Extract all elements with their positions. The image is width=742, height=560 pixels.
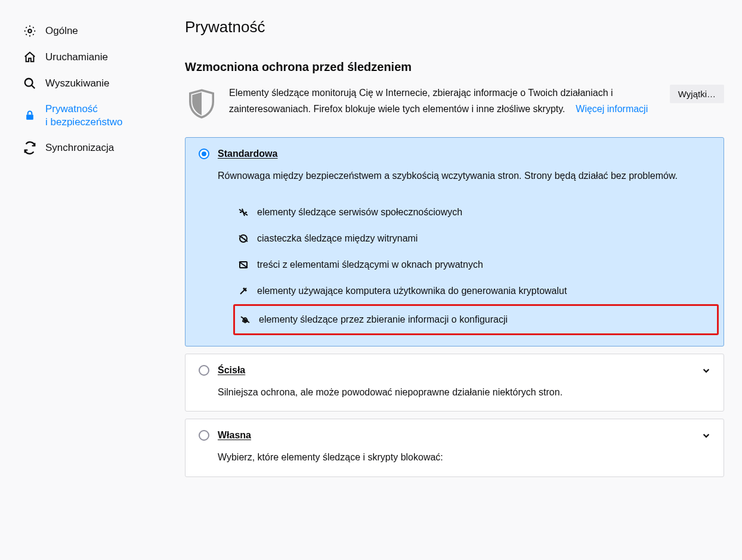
option-standard[interactable]: Standardowa Równowaga między bezpieczeńs… xyxy=(185,137,724,346)
list-item: elementy używające komputera użytkownika… xyxy=(238,278,710,304)
cryptominer-icon xyxy=(238,286,249,296)
radio-custom[interactable] xyxy=(199,430,209,441)
bullet-text: ciasteczka śledzące między witrynami xyxy=(257,233,418,244)
exceptions-button[interactable]: Wyjątki… xyxy=(670,85,724,103)
intro-paragraph: Elementy śledzące monitorują Cię w Inter… xyxy=(229,88,613,114)
bullet-list: elementy śledzące serwisów społecznościo… xyxy=(238,199,710,335)
list-item: ciasteczka śledzące między witrynami xyxy=(238,225,710,252)
cookie-tracker-icon xyxy=(238,233,249,244)
sidebar-item-search[interactable]: Wyszukiwanie xyxy=(18,70,161,97)
highlighted-item: elementy śledzące przez zbieranie inform… xyxy=(233,304,719,335)
option-custom[interactable]: Własna Wybierz, które elementy śledzące … xyxy=(185,419,724,477)
search-icon xyxy=(23,76,37,91)
list-item: treści z elementami śledzącymi w oknach … xyxy=(238,252,710,278)
sidebar-item-label: Wyszukiwanie xyxy=(45,77,110,90)
option-strict[interactable]: Ścisła Silniejsza ochrona, ale może powo… xyxy=(185,354,724,412)
home-icon xyxy=(23,50,37,64)
chevron-down-icon xyxy=(702,366,710,375)
bullet-text: elementy śledzące przez zbieranie inform… xyxy=(259,314,508,325)
list-item: elementy śledzące serwisów społecznościo… xyxy=(238,199,710,225)
svg-point-1 xyxy=(25,79,33,86)
social-tracker-icon xyxy=(238,207,249,218)
fingerprint-icon xyxy=(240,314,251,325)
option-title: Ścisła xyxy=(218,365,245,376)
radio-strict[interactable] xyxy=(199,365,209,376)
option-header: Ścisła xyxy=(199,365,710,376)
page-title: Prywatność xyxy=(185,18,724,36)
option-description: Równowaga między bezpieczeństwem a szybk… xyxy=(218,168,710,184)
section-title: Wzmocniona ochrona przed śledzeniem xyxy=(185,60,724,74)
bullet-text: elementy śledzące serwisów społecznościo… xyxy=(257,207,462,218)
content-tracker-icon xyxy=(238,259,249,270)
option-header: Własna xyxy=(199,430,710,441)
sidebar-item-label: Synchronizacja xyxy=(45,141,114,154)
sidebar-item-general[interactable]: Ogólne xyxy=(18,18,161,44)
chevron-down-icon xyxy=(702,431,710,440)
bullet-text: treści z elementami śledzącymi w oknach … xyxy=(257,259,483,270)
option-description: Wybierz, które elementy śledzące i skryp… xyxy=(218,449,710,465)
sidebar-item-label: Ogólne xyxy=(45,24,78,38)
shield-icon xyxy=(185,87,218,120)
main-content: Prywatność Wzmocniona ochrona przed śled… xyxy=(173,0,740,560)
sidebar: Ogólne Uruchamianie Wyszukiwanie Prywatn… xyxy=(0,0,173,560)
sync-icon xyxy=(23,141,37,155)
option-title: Standardowa xyxy=(218,148,277,159)
more-info-link[interactable]: Więcej informacji xyxy=(576,104,648,114)
lock-icon xyxy=(23,109,37,123)
sidebar-item-label: Uruchamianie xyxy=(45,51,108,64)
intro-text: Elementy śledzące monitorują Cię w Inter… xyxy=(229,85,659,117)
option-title: Własna xyxy=(218,430,251,441)
gear-icon xyxy=(23,24,37,38)
radio-standard[interactable] xyxy=(199,148,209,159)
sidebar-item-label: Prywatność i bezpieczeństwo xyxy=(45,103,122,129)
option-header: Standardowa xyxy=(199,148,710,159)
bullet-text: elementy używające komputera użytkownika… xyxy=(257,286,567,296)
svg-rect-2 xyxy=(26,115,33,119)
option-description: Silniejsza ochrona, ale może powodować n… xyxy=(218,384,710,400)
intro-row: Elementy śledzące monitorują Cię w Inter… xyxy=(185,85,724,120)
sidebar-item-privacy[interactable]: Prywatność i bezpieczeństwo xyxy=(18,97,161,135)
svg-point-0 xyxy=(28,29,32,33)
sidebar-item-startup[interactable]: Uruchamianie xyxy=(18,44,161,70)
list-item: elementy śledzące przez zbieranie inform… xyxy=(240,312,712,327)
sidebar-item-sync[interactable]: Synchronizacja xyxy=(18,135,161,161)
